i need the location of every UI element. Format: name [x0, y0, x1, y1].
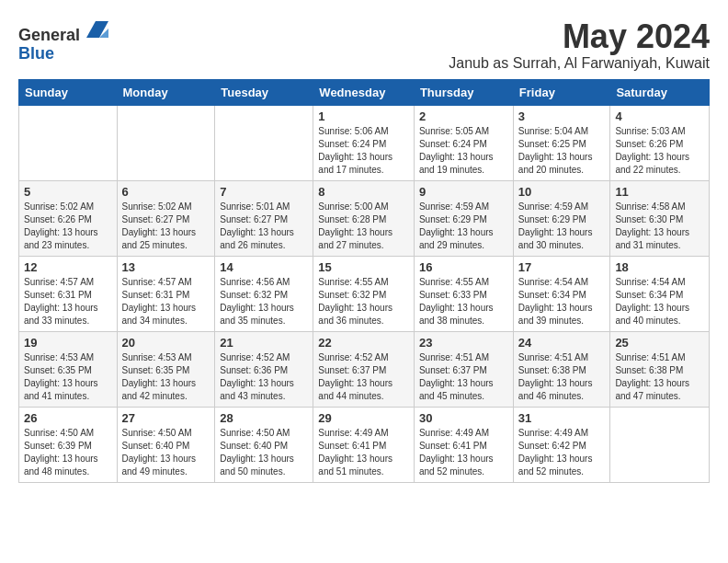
- calendar-day-cell: 24Sunrise: 4:51 AM Sunset: 6:38 PM Dayli…: [513, 331, 610, 407]
- day-number: 24: [518, 336, 606, 350]
- weekday-header-row: SundayMondayTuesdayWednesdayThursdayFrid…: [19, 79, 710, 105]
- day-number: 16: [419, 260, 508, 274]
- day-info: Sunrise: 4:53 AM Sunset: 6:35 PM Dayligh…: [24, 351, 112, 403]
- calendar-day-cell: 22Sunrise: 4:52 AM Sunset: 6:37 PM Dayli…: [313, 331, 415, 407]
- calendar-day-cell: 27Sunrise: 4:50 AM Sunset: 6:40 PM Dayli…: [117, 407, 215, 482]
- logo-icon: [86, 18, 108, 40]
- calendar-day-cell: 8Sunrise: 5:00 AM Sunset: 6:28 PM Daylig…: [313, 180, 415, 256]
- day-number: 8: [318, 185, 409, 199]
- day-info: Sunrise: 5:04 AM Sunset: 6:25 PM Dayligh…: [518, 125, 606, 177]
- day-info: Sunrise: 4:57 AM Sunset: 6:31 PM Dayligh…: [24, 276, 112, 327]
- day-number: 30: [419, 411, 508, 425]
- calendar-table: SundayMondayTuesdayWednesdayThursdayFrid…: [18, 79, 710, 483]
- day-info: Sunrise: 4:51 AM Sunset: 6:38 PM Dayligh…: [615, 351, 704, 403]
- calendar-day-cell: 16Sunrise: 4:55 AM Sunset: 6:33 PM Dayli…: [414, 256, 513, 331]
- location-title: Janub as Surrah, Al Farwaniyah, Kuwait: [449, 55, 710, 72]
- day-number: 5: [24, 185, 112, 199]
- calendar-week-row: 26Sunrise: 4:50 AM Sunset: 6:39 PM Dayli…: [19, 407, 710, 482]
- calendar-week-row: 5Sunrise: 5:02 AM Sunset: 6:26 PM Daylig…: [19, 180, 710, 256]
- calendar-day-cell: 9Sunrise: 4:59 AM Sunset: 6:29 PM Daylig…: [414, 180, 513, 256]
- weekday-header-cell: Friday: [513, 79, 610, 105]
- day-number: 31: [518, 411, 606, 425]
- day-info: Sunrise: 4:58 AM Sunset: 6:30 PM Dayligh…: [615, 201, 704, 252]
- weekday-header-cell: Monday: [117, 79, 215, 105]
- calendar-week-row: 12Sunrise: 4:57 AM Sunset: 6:31 PM Dayli…: [19, 256, 710, 331]
- calendar-day-cell: 25Sunrise: 4:51 AM Sunset: 6:38 PM Dayli…: [610, 331, 710, 407]
- weekday-header-cell: Tuesday: [215, 79, 313, 105]
- day-info: Sunrise: 5:02 AM Sunset: 6:27 PM Dayligh…: [122, 201, 210, 252]
- day-info: Sunrise: 4:54 AM Sunset: 6:34 PM Dayligh…: [518, 276, 606, 327]
- calendar-day-cell: 28Sunrise: 4:50 AM Sunset: 6:40 PM Dayli…: [215, 407, 313, 482]
- day-info: Sunrise: 4:59 AM Sunset: 6:29 PM Dayligh…: [419, 201, 508, 252]
- day-number: 2: [419, 109, 508, 123]
- day-info: Sunrise: 4:55 AM Sunset: 6:33 PM Dayligh…: [419, 276, 508, 327]
- calendar-day-cell: 12Sunrise: 4:57 AM Sunset: 6:31 PM Dayli…: [19, 256, 118, 331]
- calendar-body: 1Sunrise: 5:06 AM Sunset: 6:24 PM Daylig…: [19, 105, 710, 482]
- day-number: 19: [24, 336, 112, 350]
- day-number: 28: [220, 411, 308, 425]
- calendar-week-row: 1Sunrise: 5:06 AM Sunset: 6:24 PM Daylig…: [19, 105, 710, 180]
- day-number: 3: [518, 109, 606, 123]
- logo: General Blue: [18, 18, 108, 63]
- day-info: Sunrise: 4:55 AM Sunset: 6:32 PM Dayligh…: [318, 276, 409, 327]
- day-info: Sunrise: 4:52 AM Sunset: 6:37 PM Dayligh…: [318, 351, 409, 403]
- calendar-day-cell: 15Sunrise: 4:55 AM Sunset: 6:32 PM Dayli…: [313, 256, 415, 331]
- title-section: May 2024 Janub as Surrah, Al Farwaniyah,…: [449, 18, 710, 72]
- calendar-day-cell: [215, 105, 313, 180]
- day-info: Sunrise: 4:49 AM Sunset: 6:41 PM Dayligh…: [318, 427, 409, 478]
- day-info: Sunrise: 4:50 AM Sunset: 6:39 PM Dayligh…: [24, 427, 112, 478]
- day-number: 10: [518, 185, 606, 199]
- day-number: 7: [220, 185, 308, 199]
- day-info: Sunrise: 4:50 AM Sunset: 6:40 PM Dayligh…: [220, 427, 308, 478]
- calendar-day-cell: 13Sunrise: 4:57 AM Sunset: 6:31 PM Dayli…: [117, 256, 215, 331]
- day-number: 20: [122, 336, 210, 350]
- logo-blue: Blue: [18, 44, 54, 63]
- calendar-week-row: 19Sunrise: 4:53 AM Sunset: 6:35 PM Dayli…: [19, 331, 710, 407]
- day-number: 29: [318, 411, 409, 425]
- day-number: 26: [24, 411, 112, 425]
- calendar-day-cell: 7Sunrise: 5:01 AM Sunset: 6:27 PM Daylig…: [215, 180, 313, 256]
- day-info: Sunrise: 5:01 AM Sunset: 6:27 PM Dayligh…: [220, 201, 308, 252]
- day-info: Sunrise: 4:54 AM Sunset: 6:34 PM Dayligh…: [615, 276, 704, 327]
- day-number: 1: [318, 109, 409, 123]
- calendar-day-cell: 1Sunrise: 5:06 AM Sunset: 6:24 PM Daylig…: [313, 105, 415, 180]
- calendar-day-cell: 20Sunrise: 4:53 AM Sunset: 6:35 PM Dayli…: [117, 331, 215, 407]
- day-info: Sunrise: 5:03 AM Sunset: 6:26 PM Dayligh…: [615, 125, 704, 177]
- calendar-day-cell: 26Sunrise: 4:50 AM Sunset: 6:39 PM Dayli…: [19, 407, 118, 482]
- calendar-day-cell: 23Sunrise: 4:51 AM Sunset: 6:37 PM Dayli…: [414, 331, 513, 407]
- day-number: 12: [24, 260, 112, 274]
- day-number: 4: [615, 109, 704, 123]
- calendar-day-cell: 19Sunrise: 4:53 AM Sunset: 6:35 PM Dayli…: [19, 331, 118, 407]
- day-number: 22: [318, 336, 409, 350]
- calendar-day-cell: [19, 105, 118, 180]
- day-info: Sunrise: 4:49 AM Sunset: 6:42 PM Dayligh…: [518, 427, 606, 478]
- calendar-day-cell: 4Sunrise: 5:03 AM Sunset: 6:26 PM Daylig…: [610, 105, 710, 180]
- day-info: Sunrise: 4:51 AM Sunset: 6:37 PM Dayligh…: [419, 351, 508, 403]
- day-info: Sunrise: 4:57 AM Sunset: 6:31 PM Dayligh…: [122, 276, 210, 327]
- calendar-day-cell: 11Sunrise: 4:58 AM Sunset: 6:30 PM Dayli…: [610, 180, 710, 256]
- day-info: Sunrise: 4:51 AM Sunset: 6:38 PM Dayligh…: [518, 351, 606, 403]
- day-number: 13: [122, 260, 210, 274]
- day-info: Sunrise: 5:00 AM Sunset: 6:28 PM Dayligh…: [318, 201, 409, 252]
- weekday-header-cell: Saturday: [610, 79, 710, 105]
- weekday-header-cell: Sunday: [19, 79, 118, 105]
- calendar-day-cell: 2Sunrise: 5:05 AM Sunset: 6:24 PM Daylig…: [414, 105, 513, 180]
- day-info: Sunrise: 4:52 AM Sunset: 6:36 PM Dayligh…: [220, 351, 308, 403]
- month-title: May 2024: [449, 18, 710, 55]
- day-info: Sunrise: 4:49 AM Sunset: 6:41 PM Dayligh…: [419, 427, 508, 478]
- calendar-day-cell: [610, 407, 710, 482]
- calendar-day-cell: [117, 105, 215, 180]
- calendar-day-cell: 29Sunrise: 4:49 AM Sunset: 6:41 PM Dayli…: [313, 407, 415, 482]
- day-number: 9: [419, 185, 508, 199]
- weekday-header-cell: Wednesday: [313, 79, 415, 105]
- calendar-day-cell: 14Sunrise: 4:56 AM Sunset: 6:32 PM Dayli…: [215, 256, 313, 331]
- weekday-header-cell: Thursday: [414, 79, 513, 105]
- day-info: Sunrise: 4:56 AM Sunset: 6:32 PM Dayligh…: [220, 276, 308, 327]
- calendar-day-cell: 10Sunrise: 4:59 AM Sunset: 6:29 PM Dayli…: [513, 180, 610, 256]
- calendar-day-cell: 3Sunrise: 5:04 AM Sunset: 6:25 PM Daylig…: [513, 105, 610, 180]
- day-number: 15: [318, 260, 409, 274]
- calendar-day-cell: 31Sunrise: 4:49 AM Sunset: 6:42 PM Dayli…: [513, 407, 610, 482]
- calendar-day-cell: 6Sunrise: 5:02 AM Sunset: 6:27 PM Daylig…: [117, 180, 215, 256]
- logo-general: General: [18, 26, 80, 44]
- day-number: 23: [419, 336, 508, 350]
